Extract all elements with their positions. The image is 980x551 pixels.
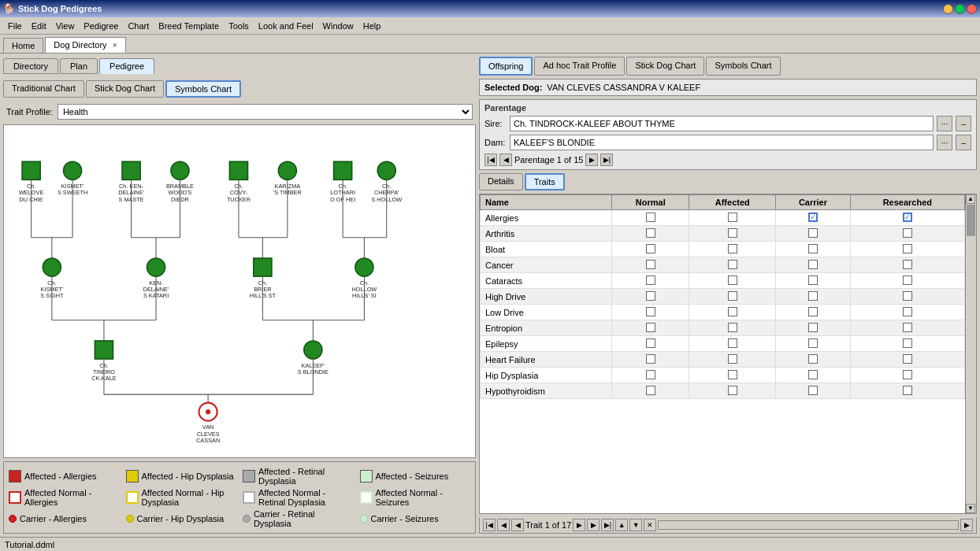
right-tab-symbols[interactable]: Symbols Chart xyxy=(706,57,780,76)
right-tab-stick-dog[interactable]: Stick Dog Chart xyxy=(626,57,704,76)
checkbox-normal-low-drive[interactable] xyxy=(646,307,655,316)
checkbox-carrier-high-drive[interactable] xyxy=(808,291,818,301)
node-hollow-si[interactable] xyxy=(355,258,373,276)
node-karizma[interactable] xyxy=(278,161,296,179)
chart-tab-symbols[interactable]: Symbols Chart xyxy=(165,80,241,98)
tab-pedigree[interactable]: Pedigree xyxy=(99,58,154,74)
checkbox-researched-cancer[interactable] xyxy=(903,260,912,269)
node-kismet-sight[interactable] xyxy=(43,258,61,276)
checkbox-researched-entropion[interactable] xyxy=(903,323,912,332)
checkbox-researched-hypothyroidism[interactable] xyxy=(903,386,912,395)
checkbox-researched-cataracts[interactable] xyxy=(903,276,912,285)
checkbox-researched-epilepsy[interactable] xyxy=(903,338,912,348)
checkbox-carrier-cancer[interactable] xyxy=(808,260,818,269)
node-ken-maste[interactable] xyxy=(122,161,140,179)
scroll-up-button[interactable]: ▲ xyxy=(966,194,975,204)
checkbox-normal-epilepsy[interactable] xyxy=(646,338,655,348)
dam-remove-button[interactable]: – xyxy=(956,135,971,150)
right-tab-offspring[interactable]: Offspring xyxy=(479,57,533,76)
traits-nav-prev[interactable]: ◀ xyxy=(511,519,524,531)
checkbox-normal-hypothyroidism[interactable] xyxy=(646,386,655,395)
checkbox-affected-cancer[interactable] xyxy=(728,260,737,269)
menu-look-and-feel[interactable]: Look and Feel xyxy=(254,20,318,32)
right-tab-adhoc[interactable]: Ad hoc Trait Profile xyxy=(534,57,625,76)
trait-affected-allergies[interactable] xyxy=(689,210,776,226)
node-kismet-sweeth[interactable] xyxy=(64,161,82,179)
checkbox-carrier-entropion[interactable] xyxy=(808,323,818,332)
traits-nav-prev2[interactable]: ◀ xyxy=(497,519,510,531)
checkbox-researched-low-drive[interactable] xyxy=(903,307,912,316)
checkbox-affected-entropion[interactable] xyxy=(728,323,737,332)
trait-profile-select[interactable]: Health xyxy=(58,104,473,120)
dam-details-button[interactable]: ··· xyxy=(937,135,952,150)
node-covy[interactable] xyxy=(229,161,247,179)
nav-next-button[interactable]: ▶ xyxy=(585,153,598,166)
traits-nav-next[interactable]: ▶ xyxy=(573,519,585,531)
node-cherpa[interactable] xyxy=(377,161,395,179)
tab-dog-directory[interactable]: Dog Directory × xyxy=(45,37,125,53)
checkbox-researched-arthritis[interactable] xyxy=(903,228,912,238)
checkbox-researched-bloat[interactable] xyxy=(903,244,912,253)
node-kaleef[interactable] xyxy=(304,341,322,359)
checkbox-carrier-bloat[interactable] xyxy=(808,244,818,253)
tab-directory[interactable]: Directory xyxy=(3,58,58,74)
menu-window[interactable]: Window xyxy=(318,20,358,32)
checkbox-normal-allergies[interactable] xyxy=(646,213,655,222)
traits-nav-down[interactable]: ▼ xyxy=(629,519,642,531)
checkbox-carrier-heart-failure[interactable] xyxy=(808,354,818,364)
trait-carrier-allergies[interactable] xyxy=(776,210,851,226)
node-lothari[interactable] xyxy=(334,161,352,179)
node-ken-katari[interactable] xyxy=(147,258,165,276)
node-welove[interactable] xyxy=(22,161,40,179)
chart-tab-traditional[interactable]: Traditional Chart xyxy=(3,80,84,98)
checkbox-affected-high-drive[interactable] xyxy=(728,291,737,301)
node-brier[interactable] xyxy=(254,258,272,276)
menu-help[interactable]: Help xyxy=(358,20,386,32)
checkbox-affected-heart-failure[interactable] xyxy=(728,354,737,364)
checkbox-affected-arthritis[interactable] xyxy=(728,228,737,238)
traits-nav-scroll-right[interactable]: ▶ xyxy=(960,519,973,531)
menu-edit[interactable]: Edit xyxy=(27,20,51,32)
checkbox-carrier-cataracts[interactable] xyxy=(808,276,818,285)
sire-details-button[interactable]: ··· xyxy=(937,116,952,131)
minimize-button[interactable] xyxy=(943,4,953,14)
detail-tab-traits[interactable]: Traits xyxy=(525,173,565,190)
checkbox-affected-epilepsy[interactable] xyxy=(728,338,737,348)
checkbox-carrier-epilepsy[interactable] xyxy=(808,338,818,348)
tab-plan[interactable]: Plan xyxy=(60,58,98,74)
checkbox-carrier-arthritis[interactable] xyxy=(808,228,818,238)
checkbox-affected-low-drive[interactable] xyxy=(728,307,737,316)
checkbox-researched-hip-dysplasia[interactable] xyxy=(903,370,912,379)
checkbox-affected-cataracts[interactable] xyxy=(728,276,737,285)
checkbox-normal-arthritis[interactable] xyxy=(646,228,655,238)
nav-last-button[interactable]: ▶| xyxy=(600,153,613,166)
menu-view[interactable]: View xyxy=(51,20,80,32)
node-bramble[interactable] xyxy=(171,161,189,179)
chart-tab-stick-dog[interactable]: Stick Dog Chart xyxy=(86,80,164,98)
checkbox-affected-allergies[interactable] xyxy=(728,213,737,222)
nav-first-button[interactable]: |◀ xyxy=(484,153,497,166)
checkbox-affected-bloat[interactable] xyxy=(728,244,737,253)
detail-tab-details[interactable]: Details xyxy=(479,173,523,190)
checkbox-carrier-hypothyroidism[interactable] xyxy=(808,386,818,395)
close-button[interactable] xyxy=(967,4,977,14)
node-tindro[interactable] xyxy=(95,341,113,359)
traits-nav-first[interactable]: |◀ xyxy=(483,519,496,531)
checkbox-affected-hypothyroidism[interactable] xyxy=(728,386,737,395)
menu-file[interactable]: File xyxy=(3,20,27,32)
checkbox-carrier-hip-dysplasia[interactable] xyxy=(808,370,818,379)
scroll-down-button[interactable]: ▼ xyxy=(966,504,975,513)
checkbox-normal-cataracts[interactable] xyxy=(646,276,655,285)
checkbox-researched-high-drive[interactable] xyxy=(903,291,912,301)
menu-tools[interactable]: Tools xyxy=(224,20,254,32)
traits-nav-next2[interactable]: ▶ xyxy=(587,519,600,531)
checkbox-carrier-low-drive[interactable] xyxy=(808,307,818,316)
traits-scrollbar[interactable]: ▲ ▼ xyxy=(965,194,976,513)
traits-nav-last[interactable]: ▶| xyxy=(601,519,614,531)
checkbox-normal-entropion[interactable] xyxy=(646,323,655,332)
checkbox-normal-cancer[interactable] xyxy=(646,260,655,269)
trait-researched-allergies[interactable] xyxy=(850,210,964,226)
checkbox-researched-heart-failure[interactable] xyxy=(903,354,912,364)
menu-pedigree[interactable]: Pedigree xyxy=(79,20,123,32)
traits-nav-close[interactable]: ✕ xyxy=(644,519,656,531)
